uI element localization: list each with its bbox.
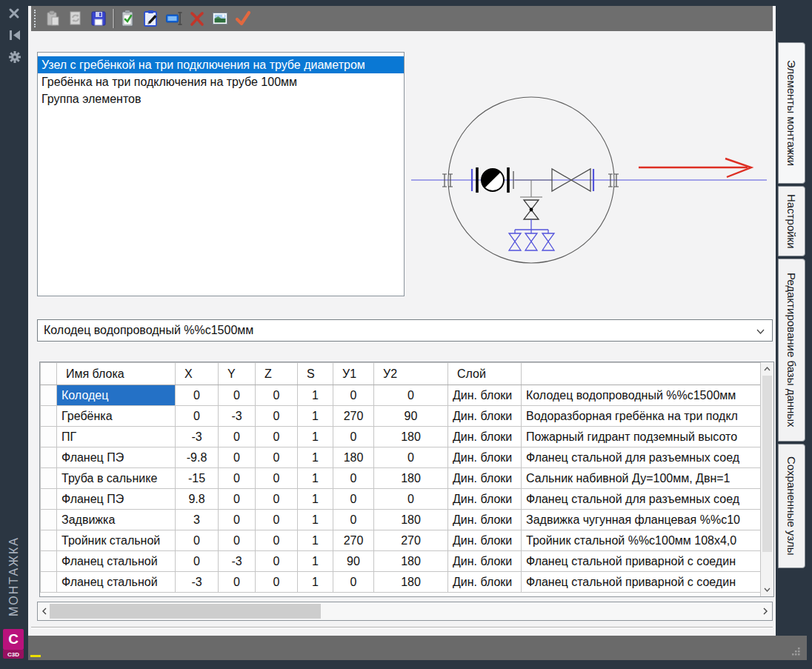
table-cell[interactable]: 0 bbox=[176, 385, 219, 406]
vertical-scrollbar[interactable] bbox=[760, 362, 773, 596]
table-cell[interactable]: 0 bbox=[219, 530, 256, 551]
table-cell[interactable]: 0 bbox=[256, 468, 298, 489]
checklist-icon[interactable] bbox=[119, 9, 138, 28]
table-cell[interactable]: 0 bbox=[256, 406, 298, 427]
scroll-up-icon[interactable] bbox=[762, 363, 773, 375]
table-cell[interactable]: Пожарный гидрант подземный высото bbox=[522, 427, 763, 447]
table-cell[interactable]: 180 bbox=[374, 510, 448, 530]
scroll-right-icon[interactable] bbox=[760, 605, 771, 617]
table-cell[interactable]: 1 bbox=[298, 427, 333, 447]
table-cell[interactable]: -3 bbox=[219, 551, 256, 572]
table-cell[interactable]: 1 bbox=[298, 489, 333, 510]
table-cell[interactable]: 0 bbox=[256, 572, 298, 593]
table-cell[interactable]: 0 bbox=[374, 447, 448, 468]
table-cell[interactable]: 0 bbox=[256, 385, 298, 406]
settings-icon[interactable] bbox=[8, 50, 21, 64]
column-header[interactable]: S bbox=[298, 363, 333, 385]
table-cell[interactable]: 180 bbox=[374, 551, 448, 572]
table-cell[interactable]: 1 bbox=[298, 530, 333, 551]
table-cell[interactable]: 1 bbox=[298, 385, 333, 406]
horizontal-scrollbar[interactable] bbox=[37, 602, 773, 621]
horizontal-scroll-thumb[interactable] bbox=[50, 604, 321, 619]
row-header-cell[interactable] bbox=[41, 572, 57, 593]
resize-grip[interactable] bbox=[791, 646, 801, 656]
table-cell[interactable]: ПГ bbox=[57, 427, 176, 447]
table-cell[interactable]: 1 bbox=[298, 468, 333, 489]
paste-icon[interactable] bbox=[43, 9, 62, 28]
tab-mounting-elements[interactable]: Элементы монтажки bbox=[778, 42, 805, 184]
node-list-item[interactable]: Узел с гребёнкой на три подключения на т… bbox=[38, 56, 404, 73]
table-cell[interactable]: Сальник набивной Ду=100мм, Двн=1 bbox=[522, 468, 763, 489]
table-cell[interactable]: Фланец ПЭ bbox=[57, 489, 176, 510]
column-header[interactable]: Слой bbox=[448, 363, 522, 385]
table-cell[interactable]: 0 bbox=[219, 447, 256, 468]
table-cell[interactable]: 0 bbox=[333, 385, 374, 406]
table-cell[interactable]: -15 bbox=[176, 468, 219, 489]
table-cell[interactable]: -3 bbox=[176, 427, 219, 447]
table-cell[interactable]: -3 bbox=[176, 572, 219, 593]
column-header[interactable]: Y bbox=[219, 363, 256, 385]
table-cell[interactable]: 9.8 bbox=[176, 489, 219, 510]
table-cell[interactable]: Водоразборная гребёнка на три подкл bbox=[522, 406, 763, 427]
close-icon[interactable] bbox=[8, 7, 20, 19]
row-header-cell[interactable] bbox=[41, 406, 57, 427]
vertical-scroll-thumb[interactable] bbox=[762, 376, 772, 552]
table-cell[interactable]: 0 bbox=[256, 530, 298, 551]
table-cell[interactable]: Дин. блоки bbox=[448, 447, 522, 468]
node-list-item[interactable]: Группа элементов bbox=[38, 90, 404, 107]
row-header-cell[interactable] bbox=[41, 447, 57, 468]
table-cell[interactable]: 1 bbox=[298, 551, 333, 572]
row-header-cell[interactable] bbox=[41, 530, 57, 551]
row-header-cell[interactable] bbox=[41, 551, 57, 572]
image-icon[interactable] bbox=[210, 9, 230, 28]
table-cell[interactable]: 180 bbox=[374, 468, 448, 489]
table-cell[interactable]: 0 bbox=[333, 510, 374, 530]
table-cell[interactable]: 0 bbox=[256, 510, 298, 530]
table-cell[interactable]: 0 bbox=[374, 489, 448, 510]
table-cell[interactable]: Дин. блоки bbox=[448, 406, 522, 427]
tab-settings[interactable]: Настройки bbox=[778, 186, 805, 256]
table-cell[interactable]: Задвижка bbox=[57, 510, 176, 530]
tab-saved-nodes[interactable]: Сохраненные узлы bbox=[778, 444, 805, 568]
table-cell[interactable]: 270 bbox=[333, 406, 374, 427]
tab-database-editing[interactable]: Редактирование базы данных bbox=[778, 259, 805, 442]
table-cell[interactable]: Задвижка чугунная фланцевая %%c10 bbox=[522, 510, 763, 530]
table-cell[interactable]: 0 bbox=[219, 385, 256, 406]
table-cell[interactable]: Фланец стальной приварной с соедин bbox=[522, 551, 763, 572]
table-cell[interactable]: 0 bbox=[333, 489, 374, 510]
table-cell[interactable]: Фланец стальной для разъемных соед bbox=[522, 489, 763, 510]
column-header[interactable]: X bbox=[176, 363, 219, 385]
table-cell[interactable]: Труба в сальнике bbox=[57, 468, 176, 489]
table-cell[interactable]: 0 bbox=[219, 489, 256, 510]
table-cell[interactable]: 0 bbox=[256, 551, 298, 572]
table-cell[interactable]: Фланец стальной приварной с соедин bbox=[522, 572, 763, 593]
table-cell[interactable]: 270 bbox=[374, 530, 448, 551]
edit-clipboard-icon[interactable] bbox=[142, 9, 161, 28]
table-cell[interactable]: Дин. блоки bbox=[448, 572, 522, 593]
table-cell[interactable]: 180 bbox=[374, 572, 448, 593]
row-header-cell[interactable] bbox=[41, 427, 57, 447]
table-cell[interactable]: 0 bbox=[219, 468, 256, 489]
table-cell[interactable]: Дин. блоки bbox=[448, 489, 522, 510]
table-cell[interactable]: Дин. блоки bbox=[448, 530, 522, 551]
table-cell[interactable]: Колодец bbox=[57, 385, 176, 406]
table-cell[interactable]: 0 bbox=[256, 447, 298, 468]
table-cell[interactable]: 270 bbox=[333, 530, 374, 551]
table-cell[interactable]: 0 bbox=[176, 551, 219, 572]
chevron-down-icon[interactable] bbox=[756, 329, 765, 334]
table-cell[interactable]: Фланец стальной для разъемных соед bbox=[522, 447, 763, 468]
save-icon[interactable] bbox=[89, 9, 108, 28]
apply-icon[interactable] bbox=[233, 9, 253, 28]
table-cell[interactable]: Фланец ПЭ bbox=[57, 447, 176, 468]
table-cell[interactable]: 1 bbox=[298, 572, 333, 593]
column-header[interactable] bbox=[522, 363, 763, 385]
table-cell[interactable]: 1 bbox=[298, 406, 333, 427]
reload-icon[interactable] bbox=[66, 9, 85, 28]
table-cell[interactable]: 90 bbox=[374, 406, 448, 427]
table-cell[interactable]: 1 bbox=[298, 510, 333, 530]
table-cell[interactable]: 0 bbox=[219, 510, 256, 530]
table-cell[interactable]: Дин. блоки bbox=[448, 551, 522, 572]
table-cell[interactable]: Колодец водопроводный %%c1500мм bbox=[522, 385, 763, 406]
table-cell[interactable]: Тройник стальной %%c100мм 108x4,0 bbox=[522, 530, 763, 551]
row-header-cell[interactable] bbox=[41, 510, 57, 530]
